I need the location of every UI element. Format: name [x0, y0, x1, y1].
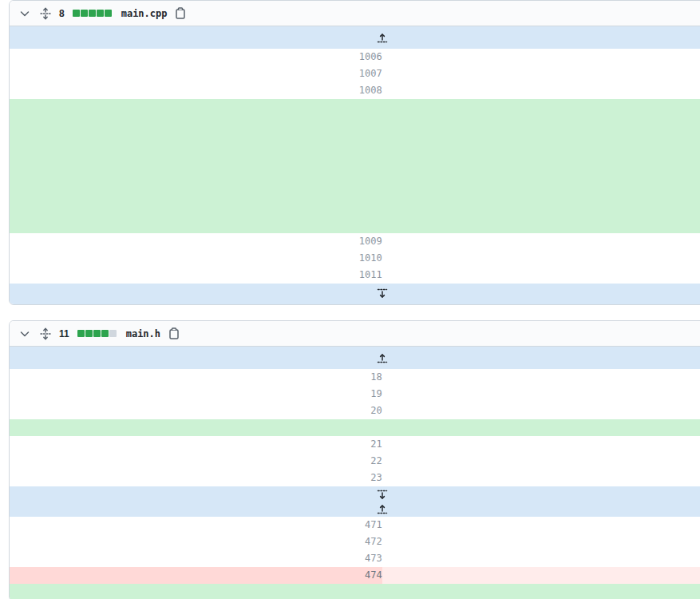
- expand-up-button[interactable]: [10, 502, 700, 515]
- diffstat-square: [109, 330, 117, 337]
- new-line-number: 474: [382, 550, 700, 567]
- hunk-row: @@ -471,10 +472,18 @@ class CTransaction: [10, 486, 700, 517]
- diff-line-add: 1009+: [10, 99, 700, 116]
- diff-line-add: 1010+ // Check for negative or overflow …: [10, 116, 700, 133]
- expand-down-button[interactable]: [10, 284, 700, 304]
- file-card: 11main.h@@ -18,6 +18,7 @@ static const u…: [9, 320, 700, 599]
- new-line-number: 1008: [382, 82, 700, 99]
- collapse-file-button[interactable]: [18, 327, 32, 341]
- copy-file-path-button[interactable]: [173, 6, 188, 21]
- diff-line-context: 2324static const CBigNum bnProofOfWorkLi…: [10, 470, 700, 486]
- diff-view: 8main.cpp@@ -1006,6 +1006,14 @@ bool CTr…: [0, 0, 700, 599]
- new-line-number: 22: [382, 436, 700, 453]
- hunk-row: [10, 284, 700, 304]
- new-line-number: 21: [382, 419, 700, 436]
- old-line-number: [10, 419, 382, 436]
- old-line-number: [10, 216, 382, 233]
- old-line-number: [10, 133, 382, 149]
- old-line-number: 473: [10, 550, 382, 567]
- new-line-number: 472: [382, 517, 700, 534]
- old-line-number: 1009: [10, 233, 382, 250]
- diff-table: @@ -1006,6 +1006,14 @@ bool CTransaction…: [10, 26, 700, 304]
- collapse-file-button[interactable]: [18, 6, 32, 21]
- hunk-gutter: [10, 486, 700, 517]
- new-line-number: 1012: [382, 149, 700, 166]
- old-line-number: [10, 584, 382, 599]
- old-line-number: 1010: [10, 250, 382, 267]
- unfold-icon: [39, 7, 52, 20]
- diff-line-context: 472473 return error("CTransaction::Check…: [10, 534, 700, 550]
- diffstat-square: [85, 330, 93, 337]
- file-card: 8main.cpp@@ -1006,6 +1006,14 @@ bool CTr…: [9, 0, 700, 305]
- diffstat-square: [81, 10, 88, 17]
- old-line-number: 23: [10, 470, 382, 486]
- diff-line-context: 1818static const unsigned int MAX_BLOCK_…: [10, 369, 700, 386]
- old-line-number: 474: [10, 567, 382, 584]
- new-line-number: 1011: [382, 133, 700, 149]
- new-line-number: 1009: [382, 99, 700, 116]
- old-line-number: [10, 149, 382, 166]
- diff-line-add: 1016+ return error("ConnectInputs() : tx…: [10, 216, 700, 233]
- chevron-down-icon: [18, 7, 31, 20]
- old-line-number: 1011: [10, 267, 382, 284]
- old-line-number: 472: [10, 534, 382, 550]
- diffstat-square: [73, 10, 80, 17]
- copy-icon: [174, 7, 187, 20]
- diff-line-add: 475+ // Check for negative or overflow o…: [10, 584, 700, 599]
- diff-line-context: 10061006 mapTestPool[prevout.hash] = txi…: [10, 49, 700, 65]
- new-line-number: 475: [382, 584, 700, 599]
- chevron-down-icon: [18, 327, 31, 340]
- diff-line-context: 2122static const int COINBASE_MATURITY =…: [10, 436, 700, 453]
- expand-down-button[interactable]: [10, 488, 700, 502]
- new-line-number: 1016: [382, 216, 700, 233]
- expand-all-button[interactable]: [38, 6, 53, 21]
- diffstat: [73, 10, 112, 17]
- new-line-number: [382, 567, 700, 584]
- fold-down-icon: [376, 489, 389, 502]
- old-line-number: 19: [10, 386, 382, 403]
- file-header: 11main.h: [10, 321, 700, 347]
- diff-line-context: 2020static const int64 CENT = 1000000;: [10, 403, 700, 419]
- old-line-number: 20: [10, 403, 382, 419]
- diff-line-add: 1013+ if (txPrev.vout[prevout.n].nValue …: [10, 166, 700, 183]
- old-line-number: 1007: [10, 65, 382, 82]
- fold-down-icon: [376, 288, 389, 300]
- diff-line-context: 10101018: [10, 250, 700, 267]
- copy-file-path-button[interactable]: [167, 327, 181, 341]
- diff-table: @@ -18,6 +18,7 @@ static const unsigned …: [10, 347, 700, 599]
- diff-line-add: 21+static const int64 MAX_MONEY = 210000…: [10, 419, 700, 436]
- hunk-row: @@ -18,6 +18,7 @@ static const unsigned …: [10, 347, 700, 369]
- diffstat: [77, 330, 117, 337]
- new-line-number: 1013: [382, 166, 700, 183]
- expand-all-button[interactable]: [38, 327, 53, 341]
- diff-line-context: 471472 if (vin.empty() || vout.empty()): [10, 517, 700, 534]
- new-line-number: 18: [382, 369, 700, 386]
- old-line-number: 18: [10, 369, 382, 386]
- diffstat-square: [97, 10, 104, 17]
- diff-line-add: 1011+ if (txPrev.vout[prevout.n].nValue …: [10, 133, 700, 149]
- changes-count: 8: [59, 8, 65, 19]
- expand-up-button[interactable]: [10, 26, 700, 49]
- hunk-gutter: [10, 26, 700, 49]
- diff-line-add: 1015+ if (nValueIn > MAX_MONEY): [10, 200, 700, 216]
- expand-up-button[interactable]: [10, 347, 700, 369]
- old-line-number: [10, 183, 382, 200]
- diffstat-square: [101, 330, 109, 337]
- new-line-number: 1018: [382, 250, 700, 267]
- new-line-number: 1010: [382, 116, 700, 133]
- new-line-number: 1007: [382, 65, 700, 82]
- diff-line-context: 473474: [10, 550, 700, 567]
- new-line-number: 1006: [382, 49, 700, 65]
- new-line-number: 1019: [382, 267, 700, 284]
- new-line-number: 23: [382, 453, 700, 470]
- new-line-number: 1017: [382, 233, 700, 250]
- new-line-number: 1014: [382, 183, 700, 200]
- file-name: main.h: [126, 328, 160, 339]
- old-line-number: 21: [10, 436, 382, 453]
- old-line-number: [10, 200, 382, 216]
- hunk-gutter: [10, 284, 700, 304]
- new-line-number: 1015: [382, 200, 700, 216]
- diffstat-square: [89, 10, 96, 17]
- new-line-number: 20: [382, 403, 700, 419]
- diffstat-square: [105, 10, 112, 17]
